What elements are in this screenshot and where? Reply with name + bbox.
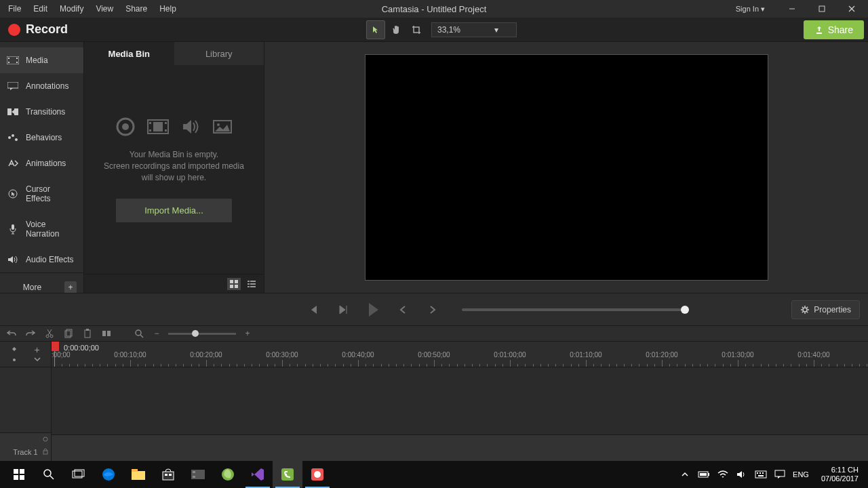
menu-share[interactable]: Share bbox=[120, 1, 153, 16]
scrub-handle[interactable] bbox=[681, 306, 689, 314]
taskbar-explorer[interactable] bbox=[123, 461, 153, 488]
tray-battery-icon[interactable] bbox=[698, 469, 710, 480]
sidebar-more-label: More bbox=[7, 283, 58, 292]
sidebar-item-cursor-effects[interactable]: Cursor Effects bbox=[0, 176, 83, 211]
svg-point-38 bbox=[46, 335, 49, 338]
menu-modify[interactable]: Modify bbox=[54, 1, 89, 16]
taskbar-visual-studio[interactable] bbox=[243, 461, 273, 488]
task-view-button[interactable] bbox=[64, 461, 94, 488]
menu-edit[interactable]: Edit bbox=[28, 1, 53, 16]
copy-button[interactable] bbox=[62, 327, 75, 340]
marker-toggle[interactable] bbox=[9, 344, 20, 354]
preview-canvas[interactable] bbox=[365, 54, 768, 281]
playhead[interactable] bbox=[54, 342, 55, 367]
svg-point-48 bbox=[13, 359, 16, 361]
sidebar-item-behaviors[interactable]: Behaviors bbox=[0, 125, 83, 150]
add-track-button[interactable]: + bbox=[32, 345, 43, 354]
tray-action-center-icon[interactable] bbox=[774, 469, 786, 480]
tab-library[interactable]: Library bbox=[174, 42, 264, 65]
next-marker-button[interactable] bbox=[422, 300, 443, 320]
taskbar-camtasia[interactable] bbox=[273, 461, 302, 488]
share-label: Share bbox=[828, 24, 853, 35]
collapse-tracks-button[interactable] bbox=[32, 354, 43, 364]
tray-language[interactable]: ENG bbox=[793, 470, 809, 479]
cut-button[interactable] bbox=[43, 327, 56, 340]
sidebar-item-audio-effects[interactable]: Audio Effects bbox=[0, 247, 83, 272]
prev-marker-button[interactable] bbox=[393, 300, 413, 320]
caret-down-icon: ▾ bbox=[761, 5, 765, 14]
tray-wifi-icon[interactable] bbox=[717, 469, 729, 480]
svg-rect-28 bbox=[235, 280, 238, 283]
track-lock-icon[interactable] bbox=[42, 448, 49, 455]
svg-rect-79 bbox=[758, 475, 764, 476]
menu-file[interactable]: File bbox=[3, 1, 26, 16]
sidebar-item-animations[interactable]: Animations bbox=[0, 150, 83, 176]
sidebar-item-annotations[interactable]: Annotations bbox=[0, 73, 83, 99]
hand-tool[interactable] bbox=[387, 20, 406, 39]
tray-clock[interactable]: 6:11 CH 07/06/2017 bbox=[816, 466, 864, 483]
menu-help[interactable]: Help bbox=[154, 1, 182, 16]
share-button[interactable]: Share bbox=[804, 20, 864, 39]
split-button[interactable] bbox=[100, 327, 113, 340]
taskbar-edge[interactable] bbox=[94, 461, 123, 488]
grid-view-button[interactable] bbox=[227, 278, 241, 290]
sidebar-item-transitions[interactable]: Transitions bbox=[0, 99, 83, 125]
tray-chevron-icon[interactable] bbox=[679, 469, 691, 480]
import-media-button[interactable]: Import Media... bbox=[116, 199, 232, 222]
sidebar-item-voice-narration[interactable]: Voice Narration bbox=[0, 211, 83, 247]
undo-button[interactable] bbox=[5, 327, 18, 340]
tab-media-bin[interactable]: Media Bin bbox=[84, 42, 174, 65]
signin-button[interactable]: Sign In ▾ bbox=[732, 2, 769, 16]
behavior-icon bbox=[7, 133, 19, 142]
menu-view[interactable]: View bbox=[90, 1, 119, 16]
svg-rect-21 bbox=[149, 129, 151, 131]
maximize-button[interactable] bbox=[808, 0, 835, 18]
prev-frame-button[interactable] bbox=[303, 300, 323, 320]
list-view-button[interactable] bbox=[245, 278, 258, 290]
zoom-handle[interactable] bbox=[192, 330, 199, 337]
audio-media-icon bbox=[180, 117, 201, 137]
svg-point-18 bbox=[122, 123, 129, 130]
svg-rect-73 bbox=[708, 473, 709, 476]
zoom-out-button[interactable]: − bbox=[151, 327, 163, 340]
close-button[interactable] bbox=[838, 0, 865, 18]
timeline-zoom-slider[interactable] bbox=[168, 333, 236, 335]
svg-rect-76 bbox=[757, 472, 758, 474]
taskbar-store[interactable] bbox=[153, 461, 183, 488]
tray-keyboard-icon[interactable] bbox=[755, 469, 767, 480]
media-icon bbox=[7, 56, 19, 65]
timeline-tracks[interactable]: 0:00:00;00 0:00:00;000:00:10;000:00:20;0… bbox=[52, 342, 868, 470]
record-button[interactable]: Record bbox=[4, 22, 72, 37]
svg-rect-52 bbox=[20, 469, 24, 474]
track-area-empty[interactable] bbox=[52, 367, 868, 435]
windows-taskbar: ENG 6:11 CH 07/06/2017 bbox=[0, 461, 868, 488]
title-bar: File Edit Modify View Share Help Camtasi… bbox=[0, 0, 868, 18]
crop-tool[interactable] bbox=[407, 20, 426, 39]
track-visibility-icon[interactable] bbox=[42, 436, 49, 443]
start-button[interactable] bbox=[4, 461, 34, 488]
properties-button[interactable]: Properties bbox=[791, 300, 860, 319]
taskbar-recorder[interactable] bbox=[302, 461, 332, 488]
svg-rect-22 bbox=[165, 122, 167, 124]
next-frame-button[interactable] bbox=[333, 300, 353, 320]
svg-rect-66 bbox=[193, 471, 195, 473]
playback-bar: Properties bbox=[0, 293, 868, 325]
zoom-in-button[interactable]: + bbox=[241, 327, 254, 340]
search-button[interactable] bbox=[34, 461, 64, 488]
zoom-select[interactable]: 33,1% ▾ bbox=[431, 22, 517, 37]
play-button[interactable] bbox=[363, 300, 383, 320]
minimize-button[interactable] bbox=[778, 0, 806, 18]
pointer-tool[interactable] bbox=[366, 20, 385, 39]
svg-point-26 bbox=[217, 123, 220, 126]
scrub-slider[interactable] bbox=[462, 308, 686, 311]
taskbar-app-1[interactable] bbox=[183, 461, 213, 488]
sidebar-item-media[interactable]: Media bbox=[0, 47, 83, 73]
tray-volume-icon[interactable] bbox=[736, 469, 748, 480]
timeline-ruler[interactable]: 0:00:00;00 0:00:00;000:00:10;000:00:20;0… bbox=[52, 342, 868, 367]
taskbar-app-2[interactable] bbox=[213, 461, 243, 488]
redo-button[interactable] bbox=[24, 327, 37, 340]
paste-button[interactable] bbox=[81, 327, 94, 340]
zoom-search-icon bbox=[133, 327, 145, 340]
image-media-icon bbox=[212, 117, 233, 137]
quiz-toggle[interactable] bbox=[9, 355, 20, 365]
